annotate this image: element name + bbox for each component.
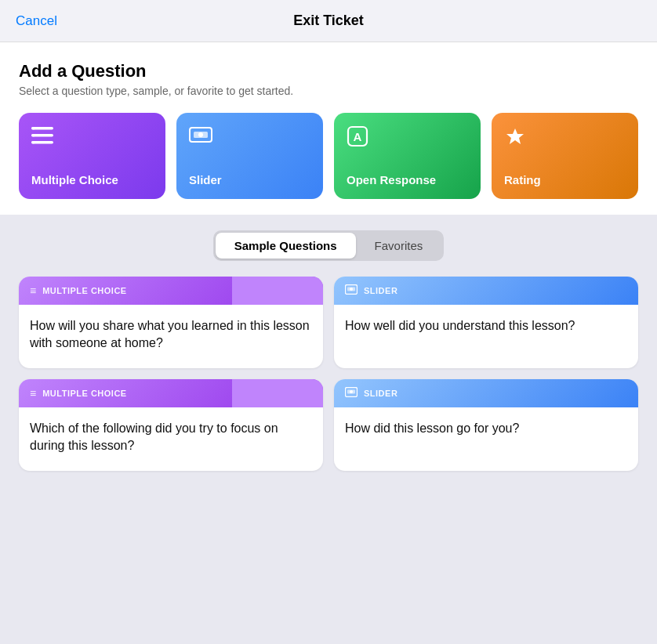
svg-point-8: [198, 132, 203, 137]
multiple-choice-label: Multiple Choice: [31, 173, 118, 186]
multiple-choice-icon: [31, 125, 53, 150]
open-response-icon: A: [347, 125, 368, 153]
question-card-4-header: SLIDER: [334, 379, 638, 407]
slider-label: Slider: [189, 173, 222, 186]
svg-rect-4: [31, 134, 35, 137]
question-card-1-text: How will you share what you learned in t…: [30, 317, 312, 353]
tabs-group: Sample Questions Favorites: [213, 230, 445, 261]
mc-icon-1: ≡: [30, 284, 36, 297]
slider-icon: [189, 125, 212, 150]
question-card-2-body: How well did you understand this lesson?: [334, 305, 638, 350]
question-type-multiple-choice[interactable]: Multiple Choice: [19, 113, 165, 199]
top-bar: Cancel Exit Ticket: [0, 0, 657, 42]
question-card-4-body: How did this lesson go for you?: [334, 407, 638, 453]
question-type-open-response[interactable]: A Open Response: [334, 113, 481, 199]
question-card-2[interactable]: SLIDER How well did you understand this …: [334, 277, 638, 368]
question-card-4[interactable]: SLIDER How did this lesson go for you?: [334, 379, 638, 471]
open-response-label: Open Response: [347, 173, 436, 186]
question-card-3-text: Which of the following did you try to fo…: [30, 420, 312, 455]
cancel-button[interactable]: Cancel: [16, 13, 57, 29]
question-card-1-header: ≡ MULTIPLE CHOICE: [19, 277, 323, 305]
rating-icon: [504, 125, 526, 153]
question-card-2-text: How well did you understand this lesson?: [345, 317, 627, 335]
tab-sample-questions[interactable]: Sample Questions: [216, 233, 356, 259]
svg-marker-11: [506, 128, 524, 144]
question-types-grid: Multiple Choice Slider A Open Response: [19, 113, 638, 199]
question-card-2-type: SLIDER: [364, 286, 397, 295]
main-content: Add a Question Select a question type, s…: [0, 42, 657, 215]
mc-icon-3: ≡: [30, 387, 36, 400]
question-card-2-header: SLIDER: [334, 277, 638, 305]
question-card-3-header: ≡ MULTIPLE CHOICE: [19, 379, 323, 407]
question-card-1-body: How will you share what you learned in t…: [19, 305, 323, 368]
question-card-3-body: Which of the following did you try to fo…: [19, 407, 323, 471]
question-card-3-type: MULTIPLE CHOICE: [42, 389, 127, 398]
page-title: Exit Ticket: [293, 13, 364, 29]
svg-point-14: [350, 288, 353, 291]
add-question-subtitle: Select a question type, sample, or favor…: [19, 85, 638, 97]
tabs-container: Sample Questions Favorites: [19, 230, 638, 261]
question-type-slider[interactable]: Slider: [176, 113, 323, 199]
questions-grid: ≡ MULTIPLE CHOICE How will you share wha…: [19, 277, 638, 471]
slider-icon-2: [345, 284, 358, 297]
question-card-3[interactable]: ≡ MULTIPLE CHOICE Which of the following…: [19, 379, 323, 471]
add-question-title: Add a Question: [19, 61, 638, 81]
svg-rect-5: [31, 141, 35, 144]
slider-icon-4: [345, 387, 358, 400]
samples-section: Sample Questions Favorites ≡ MULTIPLE CH…: [0, 215, 657, 644]
question-card-1[interactable]: ≡ MULTIPLE CHOICE How will you share wha…: [19, 277, 323, 368]
rating-label: Rating: [504, 173, 541, 186]
svg-rect-3: [31, 127, 35, 130]
question-type-rating[interactable]: Rating: [492, 113, 638, 199]
tab-favorites[interactable]: Favorites: [356, 233, 442, 259]
question-card-4-type: SLIDER: [364, 389, 397, 398]
question-card-1-type: MULTIPLE CHOICE: [42, 286, 127, 295]
svg-text:A: A: [354, 130, 362, 143]
question-card-4-text: How did this lesson go for you?: [345, 420, 627, 437]
svg-point-17: [350, 390, 353, 393]
